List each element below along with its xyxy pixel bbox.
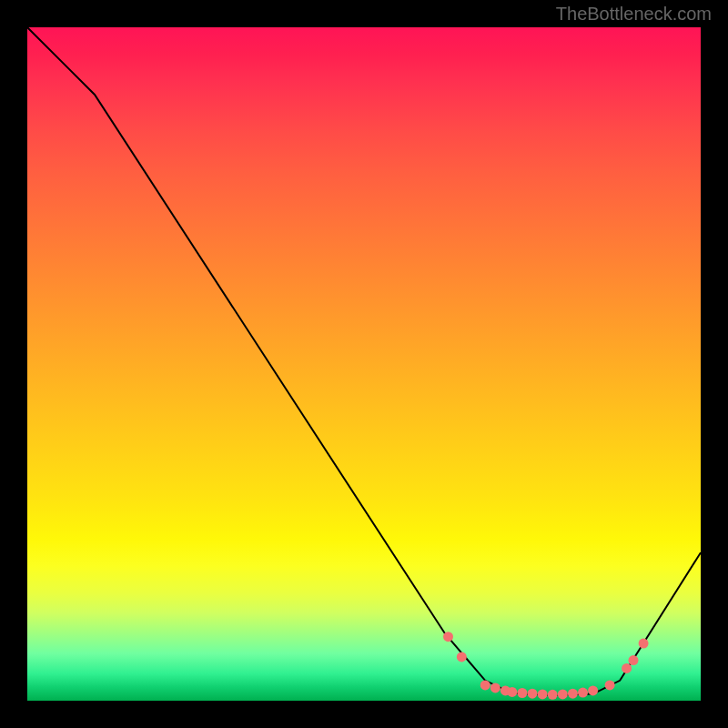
chart-marker [480,680,490,690]
chart-marker [443,632,453,642]
attribution-text: TheBottleneck.com [556,4,712,25]
chart-marker [588,685,598,695]
chart-marker [507,687,517,697]
chart-marker [578,688,588,698]
chart-marker [457,652,467,662]
chart-markers [443,632,649,700]
chart-marker [639,639,649,649]
chart-marker [558,689,568,699]
chart-overlay [27,27,701,701]
chart-marker [568,689,578,699]
chart-plot-area [27,27,701,701]
chart-marker [622,663,632,673]
chart-marker [629,655,639,665]
chart-marker [548,690,558,700]
chart-marker [517,688,527,698]
chart-marker [528,689,538,699]
chart-marker [538,689,548,699]
chart-marker [605,680,615,690]
chart-marker [490,682,500,693]
chart-curve [27,27,701,695]
